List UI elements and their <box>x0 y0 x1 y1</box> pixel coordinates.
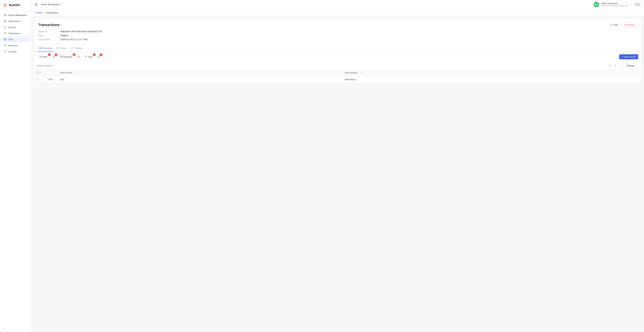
toolbar-right: + New record <box>619 54 638 59</box>
prev-page-button[interactable] <box>608 63 613 68</box>
edit-label: Edit <box>614 24 618 26</box>
entity-title: Transactions <box>38 23 60 27</box>
svg-line-18 <box>5 27 6 28</box>
logo-area: BuiltAPI <box>0 0 31 11</box>
sidebar-item-workspace[interactable]: Demo Workspace <box>1 12 30 18</box>
th-remove-category[interactable]: ✕ <box>361 71 362 74</box>
tab-indexes-label: Indexes <box>74 47 82 49</box>
svg-rect-12 <box>4 21 5 22</box>
toggle-switch[interactable] <box>634 3 640 6</box>
last-update-value: 2025-02-14T11:17:17.708Z <box>60 38 637 41</box>
columns-button[interactable]: Columns <box>58 54 74 59</box>
records-icon <box>39 47 42 49</box>
edit-button[interactable]: Edit <box>608 22 620 27</box>
svg-point-15 <box>4 28 5 28</box>
entity-header: Transactions ▾ Edit <box>38 22 637 27</box>
sidebar-collapse-btn[interactable] <box>0 325 31 332</box>
next-page-button[interactable] <box>619 63 623 68</box>
delete-button[interactable]: Delete <box>622 22 637 27</box>
entity-meta: Entity ID: 598c9d4b-2f49-4f2b-bdea-cea5d… <box>38 30 637 41</box>
tab-records-label: Records <box>43 47 52 49</box>
row-amount-cell: 150 <box>58 76 342 83</box>
svg-rect-36 <box>40 47 42 49</box>
sort-label: Sort <box>88 56 92 58</box>
logo-text: BuiltAPI <box>9 4 20 7</box>
avatar-initials: AK <box>595 3 598 6</box>
th-remove-amount[interactable]: ✕ <box>75 71 77 74</box>
select-all-checkbox[interactable] <box>36 71 39 74</box>
current-page: 1 <box>614 64 617 67</box>
svg-rect-32 <box>625 25 626 26</box>
tab-views[interactable]: Views <box>54 45 68 52</box>
row-open-cell: Open <box>44 76 58 83</box>
svg-point-3 <box>5 14 6 15</box>
svg-point-2 <box>4 14 5 15</box>
sidebar-item-members-label: Members <box>8 44 18 47</box>
svg-rect-49 <box>62 56 62 58</box>
new-record-button[interactable]: + New record <box>619 54 638 59</box>
sidebar-item-settings[interactable]: Settings <box>1 49 30 55</box>
sidebar-item-data[interactable]: Data <box>1 37 30 42</box>
breadcrumb-sep: / <box>44 12 44 14</box>
row-checkbox[interactable] <box>36 78 39 81</box>
table-header-row: data.amount – ✕ data.category – ✕ <box>34 70 641 76</box>
th-sort-icon-amount[interactable]: – <box>73 72 74 74</box>
main-content: Demo Workspace AK Artem Konuchov artem.k… <box>31 0 644 332</box>
th-data-amount: data.amount – ✕ <box>58 70 342 76</box>
data-table: data.amount – ✕ data.category – ✕ <box>34 70 641 83</box>
topbar-workspace-label: Demo Workspace <box>41 3 60 6</box>
pagination: 1 25/page <box>608 63 638 68</box>
sidebar-item-workspace-label: Demo Workspace <box>8 14 27 17</box>
sidebar-item-integrations[interactable]: Integrations <box>1 30 30 36</box>
new-record-label: + New record <box>622 56 636 58</box>
user-name: Artem Konuchov <box>601 2 628 5</box>
topbar-workspace-btn[interactable]: Demo Workspace <box>39 2 64 7</box>
edit-icon <box>610 24 613 26</box>
sidebar-item-members[interactable]: Members <box>1 43 30 48</box>
data-icon <box>4 38 6 41</box>
sidebar-item-integrations-label: Integrations <box>8 32 20 35</box>
tab-records[interactable]: Records <box>37 45 54 52</box>
svg-point-1 <box>5 5 6 6</box>
columns-wrapper: Columns 1 <box>58 54 74 59</box>
columns-trash-wrapper <box>76 55 81 59</box>
more-button[interactable]: ... <box>103 54 108 59</box>
svg-point-16 <box>6 28 6 28</box>
svg-point-22 <box>6 45 6 45</box>
sidebar-nav: Demo Workspace Applications Models <box>0 11 31 325</box>
sort-icon <box>85 56 87 58</box>
applications-icon <box>4 20 6 23</box>
svg-point-5 <box>5 15 6 16</box>
svg-point-23 <box>5 51 6 52</box>
svg-rect-11 <box>5 20 6 21</box>
logo-icon <box>3 3 8 8</box>
tab-views-label: Views <box>60 47 66 49</box>
row-open-button[interactable]: Open <box>46 78 55 81</box>
columns-trash-button[interactable] <box>76 55 81 59</box>
topbar-left: Demo Workspace <box>35 2 64 7</box>
breadcrumb-entities[interactable]: Entities <box>35 12 43 14</box>
svg-point-25 <box>36 3 37 4</box>
table-row: Open 150 Electronics <box>34 76 641 83</box>
entity-title-chevron[interactable]: ▾ <box>61 24 62 26</box>
table-head: data.amount – ✕ data.category – ✕ <box>34 70 641 76</box>
th-data-category: data.category – ✕ <box>342 70 641 76</box>
breadcrumb: Entities / Transactions <box>31 9 644 16</box>
type-value: Regular <box>60 34 637 37</box>
th-chevron-icon <box>40 72 42 74</box>
tab-indexes[interactable]: Indexes <box>68 45 85 52</box>
entity-title-row: Transactions ▾ <box>38 23 62 27</box>
filter-button[interactable]: Filter <box>37 54 50 59</box>
svg-rect-48 <box>60 56 61 58</box>
filter-trash-badge: 1 <box>55 53 58 56</box>
row-checkbox-cell <box>34 76 44 83</box>
per-page-select[interactable]: 25/page <box>624 64 638 68</box>
svg-point-27 <box>36 5 37 5</box>
per-page-label: 25/page <box>626 64 634 67</box>
svg-rect-57 <box>98 56 99 57</box>
sidebar-item-applications[interactable]: Applications <box>1 18 30 24</box>
columns-label: Columns <box>64 56 72 58</box>
th-sort-icon-category[interactable]: – <box>358 72 360 74</box>
type-label: Type: <box>38 34 59 37</box>
sidebar-item-models[interactable]: Models <box>1 24 30 30</box>
